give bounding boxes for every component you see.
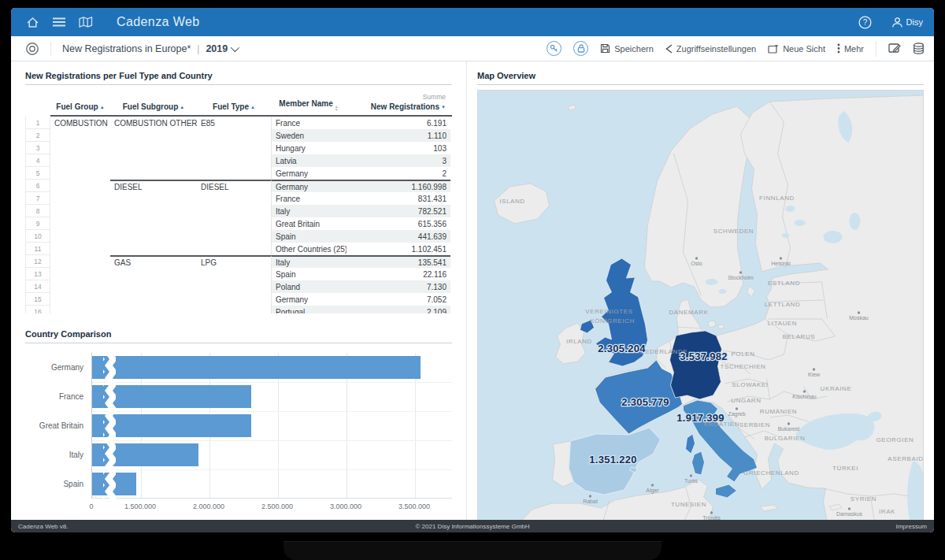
share-icon <box>665 44 673 54</box>
annotation-button[interactable] <box>888 43 901 54</box>
cell-fuel-type <box>197 129 271 142</box>
footer-impressum-link[interactable]: Impressum <box>895 523 927 530</box>
cell-fuel-type <box>197 243 271 255</box>
table-row[interactable]: 3Hungary103 <box>25 142 452 154</box>
app-window: Cadenza Web ? Disy New Registrations in … <box>11 8 934 532</box>
cell-fuel-subgroup <box>110 217 197 230</box>
cell-fuel-subgroup <box>110 230 197 243</box>
map-country-label: TUNESIEN <box>671 501 706 508</box>
map-country-label: SYRIEN <box>850 495 876 503</box>
cell-fuel-type <box>197 142 271 154</box>
cell-fuel-group <box>50 268 110 280</box>
row-number: 14 <box>25 280 50 293</box>
key-status-icon[interactable] <box>547 41 561 56</box>
table-row[interactable]: 16Portugal2.109 <box>25 306 452 313</box>
more-button[interactable]: Mehr <box>837 43 864 54</box>
user-label: Disy <box>906 17 923 27</box>
cell-fuel-subgroup <box>110 142 197 154</box>
cell-new-registrations: 1.160.998 <box>346 180 450 192</box>
map-country-label: UNGARN <box>731 397 761 404</box>
cell-member-name: Latvia <box>271 154 346 167</box>
chart-plot <box>91 353 452 499</box>
map-country-label: IRLAND <box>566 338 592 345</box>
chart-panel: Country Comparison GermanyFranceGreat Br… <box>25 326 452 511</box>
cell-fuel-subgroup <box>110 293 197 306</box>
column-header-new-registrations[interactable]: Summe New Registrations▼ <box>346 93 450 111</box>
axis-tick-label: 2.500.000 <box>261 503 293 510</box>
access-settings-button[interactable]: Zugriffseinstellungen <box>665 44 756 54</box>
cell-new-registrations: 7.052 <box>346 293 450 306</box>
table-row[interactable]: 11Other Countries (25)1.102.451 <box>25 243 452 255</box>
column-header-fuel-group[interactable]: Fuel Group▲ <box>50 102 110 111</box>
map-value-label: 2.305.204 <box>598 343 646 354</box>
table-row[interactable]: 4Latvia3 <box>25 154 452 167</box>
city-dot <box>736 407 738 410</box>
dashboard-content: New Registrations per Fuel Type and Coun… <box>11 61 934 520</box>
map-icon[interactable] <box>76 12 96 32</box>
map-country-label: ESTLAND <box>768 280 800 287</box>
axis-tick-label: 3.000.000 <box>330 503 361 510</box>
table-row[interactable]: 14Poland7.130 <box>25 280 452 293</box>
cell-fuel-type <box>197 167 271 180</box>
table-row[interactable]: 7France831.431 <box>25 192 452 205</box>
cell-fuel-type <box>197 205 271 217</box>
save-button[interactable]: Speichern <box>600 43 654 54</box>
column-header-fuel-subgroup[interactable]: Fuel Subgroup▲ <box>110 102 197 111</box>
cell-fuel-subgroup <box>110 280 197 293</box>
year-dropdown[interactable]: 2019 <box>206 43 237 54</box>
bar-germany[interactable] <box>92 356 421 379</box>
cell-new-registrations: 3 <box>346 154 450 167</box>
new-window-icon <box>768 44 779 54</box>
title-separator: | <box>197 43 199 54</box>
table-row[interactable]: 13Spain22.116 <box>25 268 452 280</box>
sort-asc-icon: ▲ <box>180 105 184 109</box>
table-row[interactable]: 6DIESELDIESELGermany1.160.998 <box>25 180 452 192</box>
map-country-label: TÜRKEI <box>832 465 858 472</box>
database-button[interactable] <box>913 43 925 54</box>
help-icon[interactable]: ? <box>855 12 876 32</box>
cell-fuel-type: E85 <box>197 117 271 129</box>
bar-great-britain[interactable] <box>92 414 251 437</box>
cell-new-registrations: 441.639 <box>346 230 450 243</box>
sort-asc-icon: ▲ <box>100 105 105 109</box>
table-row[interactable]: 10Spain441.639 <box>25 230 452 243</box>
cell-fuel-type <box>197 217 271 230</box>
row-number: 2 <box>25 129 50 142</box>
new-view-button[interactable]: Neue Sicht <box>768 44 825 54</box>
table-header: Fuel Group▲ Fuel Subgroup▲ Fuel Type▲ Me… <box>25 85 452 115</box>
europe-map[interactable]: ISLANDSCHWEDENFINNLANDESTLANDLETTLANDLIT… <box>478 91 923 522</box>
cell-fuel-group <box>50 180 110 192</box>
table-row[interactable]: 8Italy782.521 <box>25 205 452 217</box>
bar-france[interactable] <box>92 385 251 408</box>
city-dot <box>803 390 806 392</box>
cell-new-registrations: 103 <box>346 142 450 154</box>
workbook-target-icon[interactable] <box>20 42 51 56</box>
cell-fuel-group <box>50 280 110 293</box>
user-menu[interactable]: Disy <box>891 17 923 28</box>
city-dot <box>739 271 742 273</box>
row-number: 16 <box>25 306 50 313</box>
bar-spain[interactable] <box>92 473 136 495</box>
cell-member-name: Poland <box>271 280 346 293</box>
table-row[interactable]: 1COMBUSTIONCOMBUSTION OTHERE85France6.19… <box>25 117 452 129</box>
menu-icon[interactable] <box>49 12 69 32</box>
table-row[interactable]: 9Great Britain615.356 <box>25 217 452 230</box>
row-number: 4 <box>25 154 50 167</box>
map-country-label: RUMÄNIEN <box>760 408 797 415</box>
cell-fuel-type: DIESEL <box>197 180 271 192</box>
workbook-title: New Registrations in Europe* <box>62 43 191 54</box>
cell-member-name: France <box>271 192 346 205</box>
cell-fuel-group <box>50 217 110 230</box>
column-header-member-name[interactable]: Member Name▲▼ <box>271 99 346 111</box>
map-value-label: 1.917.399 <box>676 412 724 424</box>
column-header-fuel-type[interactable]: Fuel Type▲ <box>197 102 271 111</box>
bar-italy[interactable] <box>92 443 198 466</box>
cell-fuel-type <box>197 230 271 243</box>
lock-status-icon[interactable] <box>573 41 588 56</box>
table-panel-title: New Registrations per Fuel Type and Coun… <box>25 68 452 85</box>
table-row[interactable]: 2Sweden1.110 <box>25 129 452 142</box>
table-row[interactable]: 12GASLPGItaly135.541 <box>25 255 452 268</box>
home-icon[interactable] <box>22 12 43 32</box>
table-row[interactable]: 15Germany7.052 <box>25 293 452 306</box>
table-row[interactable]: 5Germany2 <box>25 167 452 180</box>
